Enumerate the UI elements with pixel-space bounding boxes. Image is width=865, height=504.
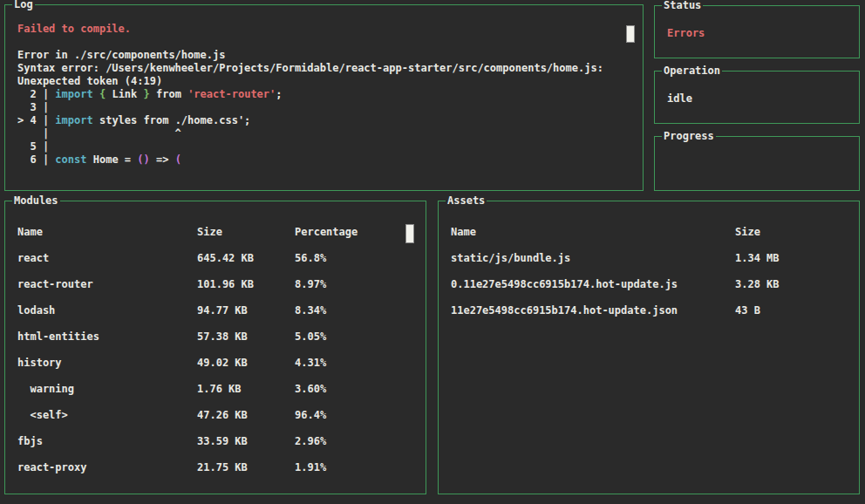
table-cell: 8.97% <box>295 271 417 297</box>
table-cell: 47.26 KB <box>197 402 295 428</box>
table-row: <self>47.26 KB96.4% <box>17 402 417 428</box>
table-cell: 3.28 KB <box>735 271 850 297</box>
table-cell: react-router <box>17 271 197 297</box>
status-value: Errors <box>667 27 705 40</box>
table-cell: 33.59 KB <box>197 428 295 454</box>
table-row: warning1.76 KB3.60% <box>17 376 417 402</box>
table-row: react-router101.96 KB8.97% <box>17 271 417 297</box>
table-cell: react <box>17 245 197 271</box>
log-line: 3 | <box>17 101 622 114</box>
table-cell: fbjs <box>17 428 197 454</box>
table-cell: Name <box>451 219 735 245</box>
table-cell: 8.34% <box>295 297 417 324</box>
table-row: react-proxy21.75 KB1.91% <box>17 454 417 480</box>
terminal-dashboard: { "colors": { "bg": "#2a2a2a", "border":… <box>0 0 865 504</box>
panel-progress-title: Progress <box>662 130 716 143</box>
panel-log: Log Failed to compile. Error in ./src/co… <box>4 4 644 191</box>
table-cell: warning <box>17 376 197 402</box>
table-cell: history <box>17 350 197 376</box>
log-line: Error in ./src/components/home.js <box>17 49 622 62</box>
log-line: 6 | const Home = () => ( <box>17 153 622 167</box>
table-cell: Name <box>17 219 197 245</box>
operation-value: idle <box>667 92 692 106</box>
log-line <box>17 36 622 49</box>
table-cell: 0.11e27e5498cc6915b174.hot-update.js <box>451 271 735 297</box>
panel-status: Status Errors <box>654 5 860 58</box>
table-cell: 94.77 KB <box>197 297 295 324</box>
table-cell: Size <box>197 219 295 245</box>
panel-modules: Modules NameSizePercentagereact645.42 KB… <box>4 201 426 494</box>
log-line: 2 | import { Link } from 'react-router'; <box>17 88 622 101</box>
log-line: > 4 | import styles from ./home.css'; <box>17 114 622 127</box>
table-cell: 645.42 KB <box>197 245 295 271</box>
log-line: Syntax error: /Users/kenwheeler/Projects… <box>17 62 622 75</box>
panel-operation: Operation idle <box>654 71 860 124</box>
table-row: fbjs33.59 KB2.96% <box>17 428 417 454</box>
table-header-row: NameSize <box>451 219 850 245</box>
table-cell: Percentage <box>295 219 417 245</box>
table-cell: <self> <box>17 402 197 428</box>
panel-assets: Assets NameSizestatic/js/bundle.js1.34 M… <box>438 201 860 494</box>
log-line: Failed to compile. <box>17 23 622 36</box>
table-row: 11e27e5498cc6915b174.hot-update.json43 B <box>451 297 850 324</box>
table-row: history49.02 KB4.31% <box>17 350 417 376</box>
assets-table: NameSizestatic/js/bundle.js1.34 MB0.11e2… <box>451 219 850 324</box>
table-cell: static/js/bundle.js <box>451 245 735 271</box>
table-cell: 3.60% <box>295 376 417 402</box>
log-scrollbar-thumb[interactable] <box>626 25 635 43</box>
table-cell: 49.02 KB <box>197 350 295 376</box>
table-cell: 96.4% <box>295 402 417 428</box>
table-cell: Size <box>735 219 850 245</box>
log-output: Failed to compile. Error in ./src/compon… <box>17 23 622 167</box>
log-line: | ^ <box>17 127 622 140</box>
table-row: lodash94.77 KB8.34% <box>17 297 417 324</box>
table-cell: 5.05% <box>295 324 417 350</box>
table-cell: 101.96 KB <box>197 271 295 297</box>
table-row: 0.11e27e5498cc6915b174.hot-update.js3.28… <box>451 271 850 297</box>
table-cell: 21.75 KB <box>197 454 295 480</box>
table-header-row: NameSizePercentage <box>17 219 417 245</box>
panel-assets-title: Assets <box>446 194 487 208</box>
table-row: html-entities57.38 KB5.05% <box>17 324 417 350</box>
table-cell: html-entities <box>17 324 197 350</box>
log-line: Unexpected token (4:19) <box>17 75 622 88</box>
table-cell: 43 B <box>735 297 850 324</box>
panel-status-title: Status <box>662 0 703 12</box>
table-cell: 1.34 MB <box>735 245 850 271</box>
table-row: static/js/bundle.js1.34 MB <box>451 245 850 271</box>
panel-progress: Progress <box>654 136 860 191</box>
log-line: 5 | <box>17 140 622 153</box>
table-cell: lodash <box>17 297 197 324</box>
table-cell: 1.91% <box>295 454 417 480</box>
table-cell: 56.8% <box>295 245 417 271</box>
table-cell: 57.38 KB <box>197 324 295 350</box>
panel-log-title: Log <box>12 0 35 11</box>
panel-operation-title: Operation <box>662 65 722 78</box>
modules-scrollbar-thumb[interactable] <box>405 224 414 243</box>
table-cell: 2.96% <box>295 428 417 454</box>
table-cell: 4.31% <box>295 350 417 376</box>
table-cell: 1.76 KB <box>197 376 295 402</box>
table-cell: 11e27e5498cc6915b174.hot-update.json <box>451 297 735 324</box>
table-row: react645.42 KB56.8% <box>17 245 417 271</box>
panel-modules-title: Modules <box>12 194 60 208</box>
modules-table: NameSizePercentagereact645.42 KB56.8%rea… <box>17 219 417 480</box>
table-cell: react-proxy <box>17 454 197 480</box>
